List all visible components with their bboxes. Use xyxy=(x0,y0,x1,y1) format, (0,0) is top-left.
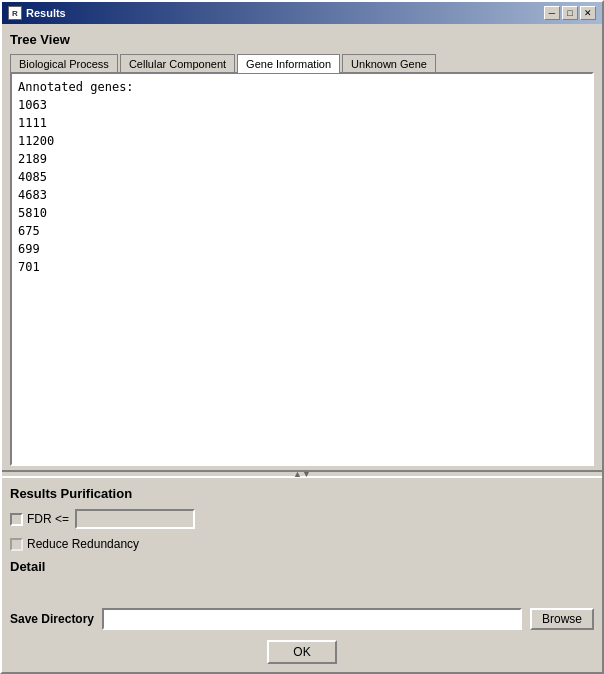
reduce-redundancy-row: Reduce Redundancy xyxy=(10,537,594,551)
save-directory-row: Save Directory Browse xyxy=(10,608,594,630)
title-bar-text: R Results xyxy=(8,6,66,20)
maximize-button[interactable]: □ xyxy=(562,6,578,20)
detail-label: Detail xyxy=(10,559,594,574)
gene-content-text[interactable]: Annotated genes: 1063 1111 11200 2189 40… xyxy=(12,74,592,464)
window-title: Results xyxy=(26,7,66,19)
save-directory-input[interactable] xyxy=(102,608,522,630)
tree-view-label: Tree View xyxy=(10,32,594,47)
save-directory-label: Save Directory xyxy=(10,612,94,626)
browse-button[interactable]: Browse xyxy=(530,608,594,630)
tab-unknown-gene[interactable]: Unknown Gene xyxy=(342,54,436,73)
reduce-redundancy-label: Reduce Redundancy xyxy=(27,537,139,551)
fdr-input[interactable] xyxy=(75,509,195,529)
tree-view-section: Tree View Biological Process Cellular Co… xyxy=(10,32,594,466)
close-button[interactable]: ✕ xyxy=(580,6,596,20)
detail-spacer xyxy=(10,578,594,608)
tabs-container: Biological Process Cellular Component Ge… xyxy=(10,53,594,72)
content-area: Tree View Biological Process Cellular Co… xyxy=(2,24,602,672)
fdr-checkbox-wrapper: FDR <= xyxy=(10,512,69,526)
fdr-checkbox[interactable] xyxy=(10,513,23,526)
title-bar: R Results ─ □ ✕ xyxy=(2,2,602,24)
gene-info-panel: Annotated genes: 1063 1111 11200 2189 40… xyxy=(10,72,594,466)
tab-gene-information[interactable]: Gene Information xyxy=(237,54,340,73)
ok-button[interactable]: OK xyxy=(267,640,336,664)
tab-cellular-component[interactable]: Cellular Component xyxy=(120,54,235,73)
main-window: R Results ─ □ ✕ Tree View Biological Pro… xyxy=(0,0,604,674)
title-buttons: ─ □ ✕ xyxy=(544,6,596,20)
ok-row: OK xyxy=(10,640,594,664)
reduce-redundancy-wrapper: Reduce Redundancy xyxy=(10,537,139,551)
window-icon: R xyxy=(8,6,22,20)
fdr-row: FDR <= xyxy=(10,509,594,529)
results-purification-section: Results Purification FDR <= Reduce Redun… xyxy=(10,482,594,664)
minimize-button[interactable]: ─ xyxy=(544,6,560,20)
reduce-redundancy-checkbox[interactable] xyxy=(10,538,23,551)
tab-biological-process[interactable]: Biological Process xyxy=(10,54,118,73)
results-purification-label: Results Purification xyxy=(10,486,594,501)
divider-arrows: ▲▼ xyxy=(293,469,311,479)
fdr-label: FDR <= xyxy=(27,512,69,526)
section-divider: ▲▼ xyxy=(2,470,602,478)
